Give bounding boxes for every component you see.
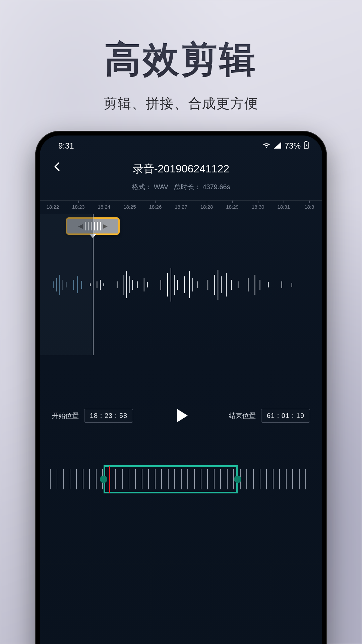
ruler-tick: 18:24 — [98, 204, 111, 210]
battery-percent: 73% — [285, 141, 301, 151]
ruler-tick: 18:25 — [123, 204, 136, 210]
ruler-tick: 18:22 — [47, 204, 59, 210]
waveform-icon — [40, 261, 322, 308]
phone-frame: 9:31 73% 录音-201906241122 格式： — [35, 131, 327, 644]
play-button[interactable] — [171, 406, 191, 426]
back-button[interactable] — [51, 161, 63, 172]
hero-title: 高效剪辑 — [0, 0, 362, 84]
selection-cursor[interactable] — [109, 466, 110, 493]
ruler-tick: 18:3 — [304, 204, 314, 210]
position-controls: 开始位置 18 : 23 : 58 结束位置 61 : 01 : 19 — [40, 406, 322, 426]
end-position-input[interactable]: 61 : 01 : 19 — [261, 409, 310, 423]
format-label: 格式： — [132, 183, 152, 191]
time-ruler[interactable]: 18:22 18:23 18:24 18:25 18:26 18:27 18:2… — [40, 200, 322, 214]
screen: 9:31 73% 录音-201906241122 格式： — [40, 136, 322, 644]
status-bar: 9:31 73% — [40, 136, 322, 154]
battery-icon — [304, 141, 309, 151]
selection-handle-left[interactable] — [100, 476, 107, 483]
duration-value: 4379.66s — [202, 183, 230, 191]
duration-label: 总时长： — [174, 183, 201, 191]
ruler-tick: 18:23 — [72, 204, 85, 210]
selection-range-track[interactable] — [40, 459, 322, 499]
hero-subtitle: 剪辑、拼接、合成更方便 — [0, 94, 362, 113]
range-ticks — [50, 469, 312, 489]
page-title: 录音-201906241122 — [40, 162, 322, 176]
selection-handle-right[interactable] — [234, 476, 241, 483]
end-position-label: 结束位置 — [229, 411, 256, 420]
ruler-tick: 18:30 — [252, 204, 264, 210]
start-position-input[interactable]: 18 : 23 : 58 — [84, 409, 133, 423]
ruler-tick: 18:29 — [226, 204, 239, 210]
start-position-label: 开始位置 — [52, 411, 79, 420]
wifi-icon — [262, 141, 270, 151]
cellular-icon — [274, 141, 281, 151]
waveform-area[interactable] — [40, 214, 322, 355]
app-bar: 录音-201906241122 — [40, 154, 322, 176]
ruler-tick: 18:28 — [200, 204, 213, 210]
svg-rect-1 — [305, 141, 307, 142]
ruler-tick: 18:31 — [277, 204, 290, 210]
recording-info: 格式： WAV 总时长： 4379.66s — [40, 182, 322, 192]
ruler-tick: 18:27 — [175, 204, 187, 210]
ruler-tick: 18:26 — [149, 204, 162, 210]
format-value: WAV — [154, 183, 168, 191]
status-time: 9:31 — [58, 141, 74, 151]
